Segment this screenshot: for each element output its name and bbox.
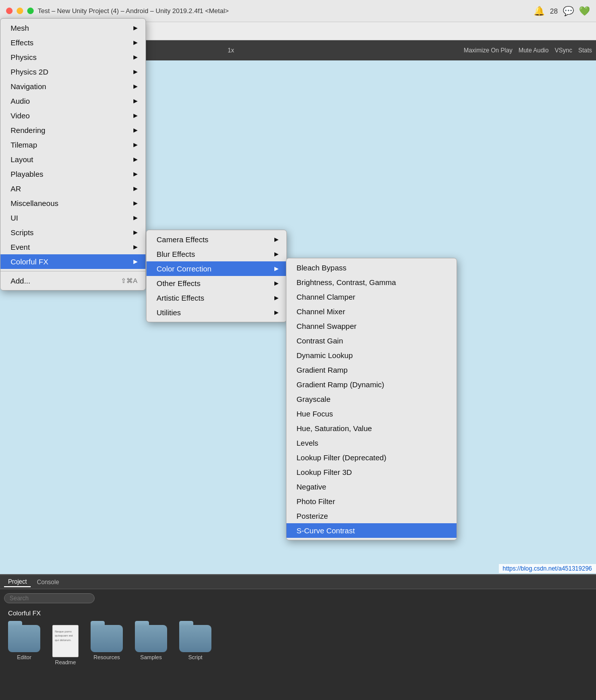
menu-item-hue-focus[interactable]: Hue Focus	[286, 406, 457, 421]
submenu-arrow: ▶	[133, 244, 137, 250]
folder-icon	[8, 625, 40, 652]
menu-item-grayscale[interactable]: Grayscale	[286, 392, 457, 406]
menu-item-rendering[interactable]: Rendering ▶	[1, 123, 145, 137]
list-item[interactable]: Resources	[91, 625, 123, 660]
submenu-arrow: ▶	[274, 251, 278, 257]
search-input[interactable]	[4, 593, 95, 603]
menu-item-bleach-bypass[interactable]: Bleach Bypass	[286, 260, 457, 275]
tab-project[interactable]: Project	[4, 577, 31, 587]
list-item[interactable]: Script	[179, 625, 211, 660]
window-controls	[6, 8, 34, 14]
close-button[interactable]	[6, 8, 13, 14]
menu-item-channel-mixer[interactable]: Channel Mixer	[286, 304, 457, 319]
menu-item-photo-filter[interactable]: Photo Filter	[286, 494, 457, 509]
submenu-arrow: ▶	[133, 112, 137, 119]
submenu-arrow: ▶	[274, 309, 278, 316]
menu-item-effects[interactable]: Effects ▶	[1, 35, 145, 50]
submenu-arrow: ▶	[133, 171, 137, 177]
menu-item-utilities[interactable]: Utilities ▶	[146, 305, 286, 320]
submenu-arrow: ▶	[133, 258, 137, 265]
menu-item-misc[interactable]: Miscellaneous ▶	[1, 196, 145, 211]
menu-item-contrast-gain[interactable]: Contrast Gain	[286, 333, 457, 348]
project-folder-label: Colorful FX	[4, 607, 45, 619]
chat-icon[interactable]: 💬	[563, 6, 574, 17]
folder-icon	[135, 625, 167, 652]
menu-item-colorful-fx[interactable]: Colorful FX ▶	[1, 254, 145, 269]
social-icon[interactable]: 💚	[579, 6, 590, 17]
menu-item-blur-effects[interactable]: Blur Effects ▶	[146, 247, 286, 261]
menu-item-navigation[interactable]: Navigation ▶	[1, 79, 145, 94]
submenu-arrow: ▶	[133, 25, 137, 31]
submenu-arrow: ▶	[133, 39, 137, 46]
menu-item-channel-swapper[interactable]: Channel Swapper	[286, 319, 457, 333]
file-label: Editor	[17, 654, 32, 660]
menu-item-mesh[interactable]: Mesh ▶	[1, 21, 145, 35]
stats[interactable]: Stats	[578, 47, 592, 54]
menu-item-artistic-effects[interactable]: Artistic Effects ▶	[146, 291, 286, 305]
minimize-button[interactable]	[17, 8, 23, 14]
bottom-panel-toolbar: Project Console	[0, 575, 596, 589]
menu-item-gradient-ramp-dynamic[interactable]: Gradient Ramp (Dynamic)	[286, 377, 457, 392]
menu-item-physics2d[interactable]: Physics 2D ▶	[1, 64, 145, 79]
menu-item-negative[interactable]: Negative	[286, 479, 457, 494]
submenu-arrow: ▶	[133, 215, 137, 221]
menu-item-levels[interactable]: Levels	[286, 436, 457, 450]
menu-item-layout[interactable]: Layout ▶	[1, 152, 145, 167]
menu-item-scripts[interactable]: Scripts ▶	[1, 225, 145, 240]
window-title: Test – New Unity Project (4) – Android –…	[38, 7, 229, 15]
menu-item-hue-saturation[interactable]: Hue, Saturation, Value	[286, 421, 457, 436]
bell-icon[interactable]: 🔔	[534, 6, 545, 17]
menu-item-brightness-contrast[interactable]: Brightness, Contrast, Gamma	[286, 275, 457, 290]
submenu-arrow: ▶	[133, 83, 137, 90]
menu-item-posterize[interactable]: Posterize	[286, 509, 457, 523]
submenu-arrow: ▶	[133, 229, 137, 236]
dropdown-container: Mesh ▶ Effects ▶ Physics ▶ Physics 2D ▶ …	[0, 18, 146, 291]
tab-console[interactable]: Console	[33, 578, 63, 587]
notification-count: 28	[550, 7, 558, 15]
menu-item-audio[interactable]: Audio ▶	[1, 94, 145, 108]
vsync[interactable]: VSync	[555, 47, 572, 54]
menu-item-playables[interactable]: Playables ▶	[1, 167, 145, 181]
menu-item-video[interactable]: Video ▶	[1, 108, 145, 123]
menu-item-dynamic-lookup[interactable]: Dynamic Lookup	[286, 348, 457, 363]
list-item[interactable]: Samples	[135, 625, 167, 660]
color-correction-menu: Bleach Bypass Brightness, Contrast, Gamm…	[286, 258, 457, 540]
list-item[interactable]: Neque porro quisquam est qui dolorum. Re…	[52, 625, 79, 665]
menu-item-add[interactable]: Add... ⇧⌘A	[1, 273, 145, 288]
menu-item-gradient-ramp[interactable]: Gradient Ramp	[286, 363, 457, 377]
file-label: Samples	[140, 654, 162, 660]
menu-item-other-effects[interactable]: Other Effects ▶	[146, 276, 286, 291]
folder-icon	[179, 625, 211, 652]
menu-item-lookup-filter-3d[interactable]: Lookup Filter 3D	[286, 465, 457, 479]
submenu-arrow: ▶	[133, 156, 137, 163]
list-item[interactable]: Editor	[8, 625, 40, 660]
maximize-button[interactable]	[27, 8, 34, 14]
file-label: Readme	[55, 659, 76, 665]
submenu-arrow: ▶	[133, 54, 137, 60]
colorful-fx-menu: Camera Effects ▶ Blur Effects ▶ Color Co…	[146, 230, 287, 322]
menu-item-physics[interactable]: Physics ▶	[1, 50, 145, 64]
maximize-on-play[interactable]: Maximize On Play	[464, 47, 512, 54]
menu-item-s-curve-contrast[interactable]: S-Curve Contrast	[286, 523, 457, 538]
menu-item-lookup-filter-deprecated[interactable]: Lookup Filter (Deprecated)	[286, 450, 457, 465]
menu-item-ar[interactable]: AR ▶	[1, 181, 145, 196]
menu-item-color-correction[interactable]: Color Correction ▶	[146, 261, 286, 276]
submenu-arrow: ▶	[274, 236, 278, 243]
submenu-arrow: ▶	[133, 98, 137, 104]
mute-audio[interactable]: Mute Audio	[518, 47, 549, 54]
submenu-arrow: ▶	[133, 142, 137, 148]
submenu-arrow: ▶	[133, 200, 137, 206]
submenu-arrow: ▶	[274, 295, 278, 301]
menu-item-tilemap[interactable]: Tilemap ▶	[1, 137, 145, 152]
menu-item-camera-effects[interactable]: Camera Effects ▶	[146, 232, 286, 247]
shortcut-label: ⇧⌘A	[121, 277, 137, 285]
document-icon: Neque porro quisquam est qui dolorum.	[52, 625, 79, 657]
file-label: Resources	[94, 654, 120, 660]
menu-item-ui[interactable]: UI ▶	[1, 211, 145, 225]
menu-item-event[interactable]: Event ▶	[1, 240, 145, 254]
file-label: Script	[188, 654, 202, 660]
folder-icon	[91, 625, 123, 652]
menu-item-channel-clamper[interactable]: Channel Clamper	[286, 290, 457, 304]
submenu-arrow: ▶	[274, 265, 278, 272]
menu-separator	[1, 271, 145, 271]
